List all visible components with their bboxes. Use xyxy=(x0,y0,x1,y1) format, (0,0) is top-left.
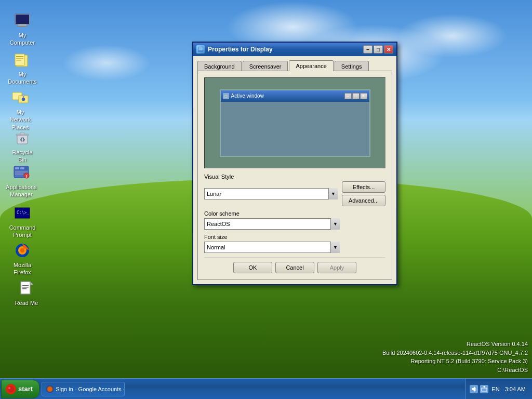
dialog-tab-bar: Background Screensaver Appearance Settin… xyxy=(197,60,392,71)
tab-content-appearance: ◻ Active window – □ ✕ Visual Style xyxy=(197,71,392,280)
computer-icon xyxy=(14,12,31,29)
visual-style-select[interactable]: Lunar Classic Luna xyxy=(204,188,338,200)
my-computer-label: My Computer xyxy=(6,31,38,48)
command-prompt-icon: C:\>_ xyxy=(14,205,31,221)
svg-point-41 xyxy=(8,387,10,389)
os-version-line4: C:\ReactOS xyxy=(382,366,528,375)
svg-rect-24 xyxy=(15,174,23,175)
preview-close-btn: ✕ xyxy=(360,93,367,99)
os-version-line2: Build 20240602-0.4.14-release-114-d1f97d… xyxy=(382,349,528,357)
desktop-icon-my-computer[interactable]: My Computer xyxy=(4,10,41,50)
desktop-icon-mozilla-firefox[interactable]: Mozilla Firefox xyxy=(4,240,41,280)
dialog-minimize-button[interactable]: – xyxy=(363,45,373,54)
dialog-maximize-button[interactable]: □ xyxy=(374,45,383,54)
cancel-button[interactable]: Cancel xyxy=(275,262,314,273)
dialog-titlebar-buttons: – □ ✕ xyxy=(363,45,393,54)
preview-minimize-btn: – xyxy=(344,93,352,99)
taskbar: start Sign in - Google Accounts -... EN … xyxy=(0,378,532,399)
preview-window: ◻ Active window – □ ✕ xyxy=(220,89,370,157)
svg-rect-3 xyxy=(17,26,28,27)
desktop-icon-applications-manager[interactable]: ! Applications Manager xyxy=(3,162,39,202)
advanced-button[interactable]: Advanced... xyxy=(342,195,385,206)
desktop-icon-read-me[interactable]: Read Me xyxy=(8,278,45,310)
taskbar-middle: Sign in - Google Accounts -... xyxy=(39,382,465,396)
desktop-icon-my-documents[interactable]: My Documents xyxy=(4,49,41,89)
visual-style-row: Visual Style Lunar Classic Luna ▼ Effect… xyxy=(204,174,385,206)
properties-dialog: Properties for Display – □ ✕ Background … xyxy=(192,42,397,285)
appearance-side-buttons: Effects... Advanced... xyxy=(342,181,385,206)
font-size-controls: Normal Large Extra Large ▼ xyxy=(204,242,385,253)
desktop-icon-command-prompt[interactable]: C:\>_ Command Prompt xyxy=(4,203,41,242)
dialog-title: Properties for Display xyxy=(208,46,360,53)
svg-point-40 xyxy=(7,385,15,393)
tray-lang: EN xyxy=(490,386,500,392)
svg-rect-8 xyxy=(16,60,21,61)
color-scheme-dropdown-wrapper: ReactOS Classic Silver ▼ xyxy=(204,218,340,230)
svg-rect-2 xyxy=(18,24,26,26)
visual-style-label: Visual Style xyxy=(204,174,385,180)
start-label: start xyxy=(18,385,33,393)
os-version-info: ReactOS Version 0.4.14 Build 20240602-0.… xyxy=(382,340,528,374)
network-places-icon xyxy=(12,89,29,106)
dialog-titlebar: Properties for Display – □ ✕ xyxy=(193,43,396,56)
my-documents-label: My Documents xyxy=(6,70,38,87)
svg-rect-7 xyxy=(16,58,23,59)
preview-window-icon: ◻ xyxy=(223,93,229,99)
applications-manager-icon: ! xyxy=(13,164,30,181)
dialog-titlebar-icon xyxy=(196,45,205,54)
color-scheme-label: Color scheme xyxy=(204,210,385,217)
svg-point-31 xyxy=(20,248,24,252)
svg-rect-5 xyxy=(15,54,24,65)
tab-screensaver[interactable]: Screensaver xyxy=(243,61,288,72)
mozilla-firefox-icon xyxy=(14,242,31,259)
svg-rect-23 xyxy=(15,171,28,172)
svg-marker-33 xyxy=(30,282,33,285)
color-scheme-controls: ReactOS Classic Silver ▼ xyxy=(204,218,385,230)
preview-window-body xyxy=(221,102,369,156)
tray-network-icon[interactable] xyxy=(480,385,488,393)
font-size-select[interactable]: Normal Large Extra Large xyxy=(204,242,340,253)
applications-manager-label: Applications Manager xyxy=(4,182,38,200)
appearance-preview-area: ◻ Active window – □ ✕ xyxy=(204,77,385,168)
svg-point-11 xyxy=(22,98,25,101)
read-me-icon xyxy=(18,280,35,297)
svg-rect-43 xyxy=(482,388,487,391)
tray-clock[interactable]: 3:04 AM xyxy=(503,386,528,392)
command-prompt-label: Command Prompt xyxy=(6,223,38,240)
font-size-dropdown-wrapper: Normal Large Extra Large ▼ xyxy=(204,242,340,253)
tab-background[interactable]: Background xyxy=(197,61,242,72)
svg-rect-36 xyxy=(22,287,29,288)
taskbar-item-firefox-label: Sign in - Google Accounts -... xyxy=(56,386,125,392)
taskbar-item-firefox[interactable]: Sign in - Google Accounts -... xyxy=(42,382,125,396)
color-scheme-select[interactable]: ReactOS Classic Silver xyxy=(204,218,340,230)
svg-rect-1 xyxy=(16,15,29,24)
desktop-icon-recycle-bin[interactable]: ♻ Recycle Bin xyxy=(4,127,41,167)
tray-volume-icon[interactable] xyxy=(470,385,478,393)
preview-maximize-btn: □ xyxy=(352,93,360,99)
svg-text:♻: ♻ xyxy=(20,136,25,143)
dialog-bottom-buttons: OK Cancel Apply xyxy=(204,257,385,273)
recycle-bin-icon: ♻ xyxy=(14,129,31,146)
read-me-label: Read Me xyxy=(14,298,40,308)
font-size-row: Font size Normal Large Extra Large ▼ xyxy=(204,234,385,253)
svg-rect-32 xyxy=(21,282,30,294)
dialog-close-button[interactable]: ✕ xyxy=(384,45,393,54)
svg-rect-16 xyxy=(20,132,24,135)
svg-rect-37 xyxy=(22,288,26,289)
os-version-line1: ReactOS Version 0.4.14 xyxy=(382,340,528,349)
effects-button[interactable]: Effects... xyxy=(342,181,385,193)
start-button[interactable]: start xyxy=(1,380,39,398)
mozilla-firefox-label: Mozilla Firefox xyxy=(6,260,38,277)
ok-button[interactable]: OK xyxy=(233,262,272,273)
svg-rect-13 xyxy=(22,95,24,96)
tab-appearance[interactable]: Appearance xyxy=(289,60,333,71)
taskbar-tray: EN 3:04 AM xyxy=(465,379,532,399)
start-logo-icon xyxy=(6,384,16,394)
color-scheme-row: Color scheme ReactOS Classic Silver ▼ xyxy=(204,210,385,230)
preview-titlebar: ◻ Active window – □ ✕ xyxy=(221,90,369,102)
tab-settings[interactable]: Settings xyxy=(335,61,369,72)
apply-button[interactable]: Apply xyxy=(317,262,356,273)
taskbar-firefox-icon xyxy=(46,385,54,393)
preview-window-title: Active window xyxy=(231,93,342,99)
visual-style-dropdown-wrapper: Lunar Classic Luna ▼ xyxy=(204,188,338,200)
